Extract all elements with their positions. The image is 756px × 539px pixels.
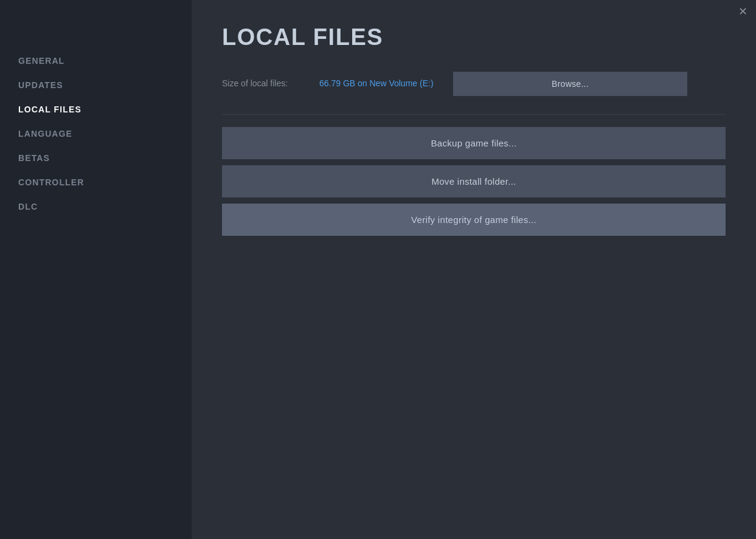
- file-size-row: Size of local files: 66.79 GB on New Vol…: [222, 72, 726, 96]
- sidebar-item-dlc[interactable]: DLC: [18, 194, 192, 219]
- file-size-label: Size of local files:: [222, 78, 307, 90]
- sidebar: GENERAL UPDATES LOCAL FILES LANGUAGE BET…: [0, 0, 192, 539]
- sidebar-item-general[interactable]: GENERAL: [18, 49, 192, 73]
- move-install-button[interactable]: Move install folder...: [222, 165, 726, 197]
- page-title: LOCAL FILES: [222, 24, 726, 50]
- divider: [222, 114, 726, 115]
- sidebar-item-updates[interactable]: UPDATES: [18, 73, 192, 97]
- browse-button[interactable]: Browse...: [453, 72, 687, 96]
- sidebar-item-controller[interactable]: CONTROLLER: [18, 170, 192, 194]
- dialog: ✕ GENERAL UPDATES LOCAL FILES LANGUAGE B…: [0, 0, 756, 539]
- file-size-value: 66.79 GB on New Volume (E:): [319, 78, 441, 90]
- sidebar-item-language[interactable]: LANGUAGE: [18, 122, 192, 146]
- close-button[interactable]: ✕: [738, 6, 747, 17]
- backup-button[interactable]: Backup game files...: [222, 127, 726, 159]
- close-icon: ✕: [738, 5, 747, 18]
- verify-integrity-button[interactable]: Verify integrity of game files...: [222, 204, 726, 236]
- sidebar-item-betas[interactable]: BETAS: [18, 146, 192, 170]
- sidebar-item-local-files[interactable]: LOCAL FILES: [18, 97, 192, 122]
- main-content: LOCAL FILES Size of local files: 66.79 G…: [192, 0, 756, 539]
